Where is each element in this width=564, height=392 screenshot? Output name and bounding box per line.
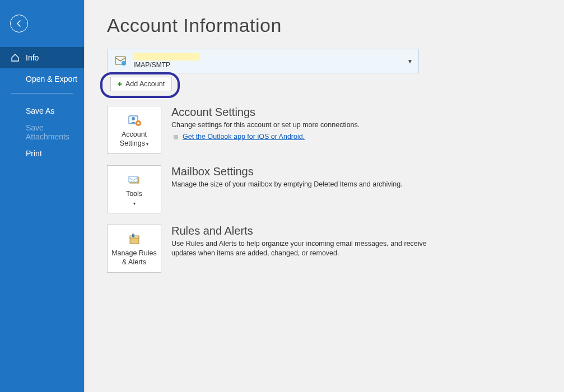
sidebar-item-print[interactable]: Print bbox=[0, 143, 84, 164]
chevron-down-icon: ▼ bbox=[407, 58, 413, 64]
sidebar-label: Info bbox=[26, 53, 39, 62]
chevron-down-icon: ▾ bbox=[145, 142, 148, 147]
sidebar-label: Open & Export bbox=[26, 74, 77, 83]
chevron-down-icon: ▾ bbox=[133, 201, 136, 206]
add-account-button[interactable]: + Add Account bbox=[110, 77, 172, 91]
section-account-settings: Account Settings ▾ Account Settings Chan… bbox=[107, 106, 542, 154]
outlook-app-link[interactable]: Get the Outlook app for iOS or Android. bbox=[183, 133, 305, 141]
account-email-redacted bbox=[133, 53, 199, 60]
sidebar-label: Save Attachments bbox=[26, 123, 77, 141]
section-desc: Use Rules and Alerts to help organize yo… bbox=[171, 239, 429, 258]
sidebar-label: Print bbox=[26, 149, 42, 158]
sidebar-divider bbox=[11, 93, 73, 94]
back-button[interactable] bbox=[10, 15, 28, 32]
page-title: Account Information bbox=[107, 15, 542, 36]
sidebar-item-save-as[interactable]: Save As bbox=[0, 100, 84, 122]
rules-icon bbox=[127, 231, 142, 248]
svg-point-10 bbox=[132, 234, 134, 235]
section-title: Account Settings bbox=[171, 106, 429, 119]
account-type: IMAP/SMTP bbox=[133, 61, 199, 69]
sidebar-label: Save As bbox=[26, 106, 54, 115]
back-arrow-icon bbox=[15, 19, 24, 28]
sidebar-item-open-export[interactable]: Open & Export bbox=[0, 68, 84, 90]
svg-point-5 bbox=[137, 122, 139, 124]
sidebar-item-info[interactable]: Info bbox=[0, 47, 84, 68]
section-rules-alerts: Manage Rules & Alerts Rules and Alerts U… bbox=[107, 225, 542, 273]
account-settings-button[interactable]: Account Settings ▾ bbox=[107, 106, 161, 154]
plus-icon: + bbox=[118, 80, 122, 88]
tools-icon bbox=[127, 171, 142, 188]
section-mailbox-settings: Tools ▾ Mailbox Settings Manage the size… bbox=[107, 165, 542, 213]
sidebar-item-save-attachments: Save Attachments bbox=[0, 122, 84, 143]
add-account-wrap: + Add Account bbox=[107, 76, 542, 96]
section-desc: Manage the size of your mailbox by empty… bbox=[171, 180, 429, 189]
account-dropdown[interactable]: IMAP/SMTP ▼ bbox=[107, 49, 419, 73]
home-icon bbox=[10, 53, 20, 62]
account-settings-icon bbox=[127, 112, 142, 129]
section-desc: Change settings for this account or set … bbox=[171, 120, 429, 130]
account-text: IMAP/SMTP bbox=[133, 53, 199, 69]
manage-rules-button[interactable]: Manage Rules & Alerts bbox=[107, 225, 161, 273]
section-title: Mailbox Settings bbox=[171, 165, 429, 178]
svg-rect-7 bbox=[129, 176, 138, 182]
section-title: Rules and Alerts bbox=[171, 225, 429, 237]
back-row bbox=[0, 0, 84, 47]
app-root: Info Open & Export Save As Save Attachme… bbox=[0, 0, 564, 392]
backstage-sidebar: Info Open & Export Save As Save Attachme… bbox=[0, 0, 84, 392]
svg-point-3 bbox=[132, 117, 135, 120]
tools-button[interactable]: Tools ▾ bbox=[107, 165, 161, 213]
add-account-label: Add Account bbox=[125, 80, 165, 88]
account-icon bbox=[108, 54, 133, 68]
main-content: Account Information IMAP/SMTP ▼ + Add Ac… bbox=[84, 0, 564, 392]
svg-point-1 bbox=[122, 61, 126, 66]
